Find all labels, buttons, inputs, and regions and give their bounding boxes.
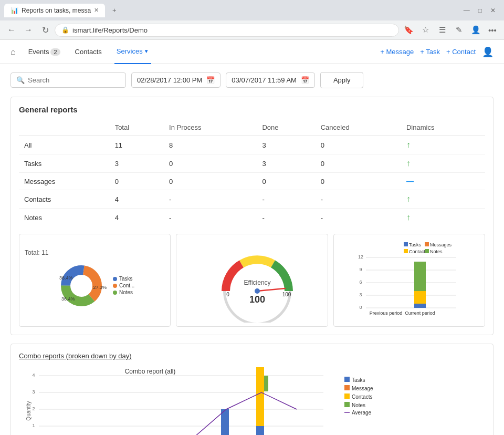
svg-text:0: 0 [360, 305, 362, 310]
address-bar[interactable]: 🔒 ismart.life/Reports/Demo [55, 24, 399, 37]
events-badge: 2 [50, 48, 60, 56]
legend-notes-label: Notes [119, 289, 133, 295]
services-dropdown-icon: ▼ [144, 48, 149, 54]
app-nav: ⌂ Events 2 Contacts Services ▼ + Message… [0, 40, 504, 64]
bar-chart-box: Tasks Messages Contacts Notes 0 3 6 9 12 [333, 234, 485, 327]
add-task-button[interactable]: + Task [420, 48, 440, 56]
more-icon[interactable]: ••• [485, 23, 500, 37]
tab-close-button[interactable]: ✕ [94, 7, 99, 14]
donut-title: Total: 11 [25, 249, 48, 256]
table-header-row: Total In Process Done Canceled Dinamics [19, 119, 485, 136]
svg-rect-68 [344, 393, 350, 399]
maximize-button[interactable]: □ [478, 7, 482, 14]
add-message-button[interactable]: + Message [380, 48, 414, 56]
home-icon[interactable]: ⌂ [10, 47, 16, 57]
row-dynamics: ↑ [401, 136, 485, 154]
bar-chart: Tasks Messages Contacts Notes 0 3 6 9 12 [356, 240, 461, 321]
apply-button[interactable]: Apply [320, 72, 364, 88]
favorites-icon[interactable]: ☆ [418, 23, 433, 37]
search-box[interactable]: 🔍 [10, 72, 126, 88]
url-text: ismart.life/Reports/Demo [72, 26, 148, 34]
combo-reports-link[interactable]: Combo reports (broken down by day) [19, 352, 485, 360]
svg-text:3: 3 [360, 292, 362, 297]
table-row: Tasks 3 0 3 0 ↑ [19, 154, 485, 173]
row-dynamics: ↑ [401, 209, 485, 227]
row-in-process: - [164, 209, 257, 227]
table-row: Notes 4 - - - ↑ [19, 209, 485, 227]
svg-text:6: 6 [360, 279, 362, 285]
row-total: 11 [110, 136, 164, 154]
lock-icon: 🔒 [61, 26, 69, 34]
row-in-process: 8 [164, 136, 257, 154]
bookmark-icon[interactable]: 🔖 [401, 23, 416, 37]
minimize-button[interactable]: — [464, 7, 470, 14]
browser-tab[interactable]: 📊 Reports on tasks, messa ✕ [4, 4, 105, 17]
row-canceled: - [316, 190, 401, 209]
svg-text:Efficiency: Efficiency [244, 279, 270, 286]
search-input[interactable] [28, 76, 120, 84]
svg-rect-18 [404, 249, 408, 253]
svg-text:Average: Average [352, 410, 372, 416]
legend-contacts: Cont... [113, 283, 134, 288]
row-dynamics: ↑ [401, 154, 485, 173]
nav-contacts[interactable]: Contacts [73, 40, 104, 64]
back-button[interactable]: ← [4, 23, 19, 37]
menu-icon[interactable]: ☰ [435, 23, 449, 37]
row-done: 3 [257, 154, 315, 173]
row-label: All [19, 136, 110, 154]
combo-chart: Combo report (all) Quantity 0 1 2 3 4 28… [19, 366, 449, 435]
nav-events-label: Events [28, 48, 49, 56]
svg-rect-63 [264, 376, 268, 391]
svg-text:12: 12 [358, 254, 363, 260]
row-dynamics: — [401, 173, 485, 190]
svg-text:Tasks: Tasks [409, 242, 422, 247]
svg-text:0: 0 [226, 292, 229, 297]
browser-controls: ← → ↻ 🔒 ismart.life/Reports/Demo 🔖 ☆ ☰ ✎… [0, 20, 504, 39]
row-dynamics: ↑ [401, 190, 485, 209]
svg-rect-16 [425, 242, 429, 246]
nav-events[interactable]: Events 2 [26, 40, 62, 64]
date-from-picker[interactable]: 02/28/2017 12:00 PM 📅 [131, 72, 220, 88]
donut-legend: Tasks Cont... Notes [113, 276, 134, 295]
edit-icon[interactable]: ✎ [452, 23, 466, 37]
main-content: 🔍 02/28/2017 12:00 PM 📅 03/07/2017 11:59… [0, 64, 504, 435]
nav-services[interactable]: Services ▼ [114, 40, 151, 64]
col-header-total: Total [110, 119, 164, 136]
dynamics-arrow-up: ↑ [406, 194, 411, 203]
col-header-canceled: Canceled [316, 119, 401, 136]
row-canceled: 0 [316, 154, 401, 173]
calendar-to-icon[interactable]: 📅 [301, 76, 309, 84]
row-done: - [257, 190, 315, 209]
row-total: 3 [110, 154, 164, 173]
filter-bar: 🔍 02/28/2017 12:00 PM 📅 03/07/2017 11:59… [10, 72, 494, 88]
row-canceled: 0 [316, 173, 401, 190]
general-reports-title: General reports [19, 105, 485, 114]
dynamics-arrow-up: ↑ [406, 159, 411, 168]
refresh-button[interactable]: ↻ [38, 23, 52, 37]
forward-button[interactable]: → [21, 23, 36, 37]
svg-point-9 [255, 288, 260, 294]
calendar-from-icon[interactable]: 📅 [206, 76, 215, 84]
date-from-value: 02/28/2017 12:00 PM [137, 76, 202, 84]
row-label: Contacts [19, 190, 110, 209]
charts-row: Total: 11 [19, 234, 485, 327]
dynamics-dash: — [406, 177, 414, 185]
user-icon[interactable]: 👤 [482, 46, 494, 58]
svg-text:100: 100 [282, 292, 291, 297]
profile-icon[interactable]: 👤 [468, 23, 483, 37]
table-row: Contacts 4 - - - ↑ [19, 190, 485, 209]
svg-text:Previous period: Previous period [370, 310, 403, 316]
gauge-chart-box: 0 100 Efficiency 100 [176, 234, 328, 327]
general-reports-section: General reports Total In Process Done Ca… [10, 97, 494, 335]
svg-rect-20 [425, 249, 429, 253]
svg-point-4 [71, 276, 91, 296]
combo-section: Combo reports (broken down by day) Combo… [10, 344, 494, 435]
svg-text:Messages: Messages [430, 242, 452, 247]
add-contact-button[interactable]: + Contact [446, 48, 476, 56]
new-tab-button[interactable]: + [109, 3, 120, 17]
col-header-done: Done [257, 119, 315, 136]
svg-text:100: 100 [249, 294, 265, 305]
close-window-button[interactable]: ✕ [490, 7, 496, 14]
date-to-picker[interactable]: 03/07/2017 11:59 AM 📅 [226, 72, 315, 88]
donut-chart: 36.4% 27.3% 36.4% [55, 260, 108, 312]
